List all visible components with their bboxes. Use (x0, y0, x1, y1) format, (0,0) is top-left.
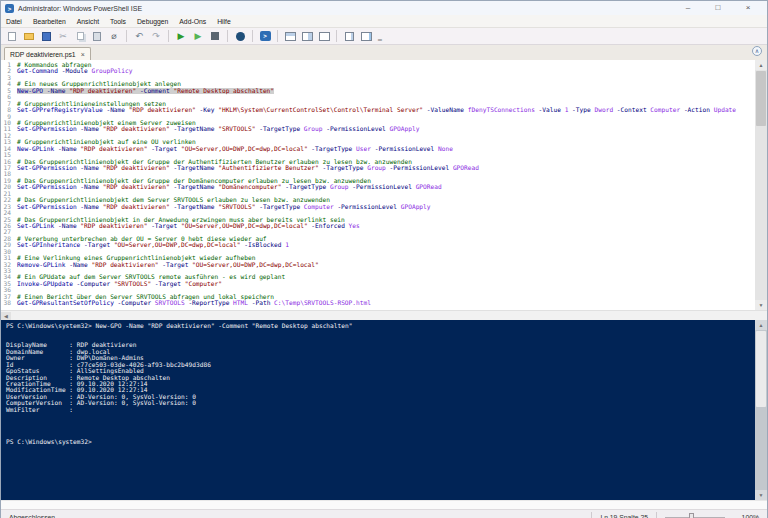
code-text: Set-GPPermission -Name "RDP deaktivieren… (17, 165, 479, 171)
status-text: Abgeschlossen (9, 514, 591, 518)
stop-operation-icon (211, 32, 219, 40)
tab-close-icon[interactable]: × (81, 51, 85, 58)
menu-item-datei[interactable]: Datei (6, 18, 22, 25)
menu-item-tools[interactable]: Tools (110, 18, 126, 25)
run-selection-icon[interactable]: ▶ (191, 29, 205, 43)
console-scrollbar[interactable]: ▲ ▼ (755, 320, 767, 500)
open-script-icon (24, 33, 34, 40)
script-editor-pane[interactable]: 1# Kommandos abfragen2Get-Command -Modul… (1, 60, 767, 310)
powershell-console-pane[interactable]: PS C:\Windows\system32> New-GPO -Name "R… (1, 320, 767, 500)
scroll-left-icon[interactable]: ◀ (1, 312, 11, 320)
editor-horizontal-scrollbar[interactable]: ◀ (1, 310, 767, 320)
new-script-icon[interactable] (5, 29, 19, 43)
console-scroll-down-icon[interactable]: ▼ (755, 490, 767, 500)
open-script-icon[interactable] (22, 29, 36, 43)
console-scroll-up-icon[interactable]: ▲ (755, 320, 767, 330)
code-text: Set-GPLink -Name "RDP deaktivieren" -Tar… (17, 223, 360, 229)
code-text: Set-GPPermission -Name "RDP deaktivieren… (17, 126, 419, 132)
run-script-icon[interactable]: ▶ (174, 29, 188, 43)
code-line: 8Set-GPPrefRegistryValue -Name "RDP deak… (1, 107, 755, 113)
cut-icon[interactable]: ✂ (56, 29, 70, 43)
start-powershell-icon: > (260, 31, 271, 41)
code-line: 38Get-GPResultantSetOfPolicy -Computer S… (1, 300, 755, 306)
menu-item-debuggen[interactable]: Debuggen (137, 18, 168, 25)
selected-code-text: New-GPO -Name "RDP deaktivieren" -Commen… (17, 88, 274, 94)
toolbar: ✂⌀↶↷▶▶>‗ (1, 28, 767, 45)
maximize-button[interactable]: □ (703, 2, 733, 14)
copy-icon (77, 32, 84, 40)
show-command-window-icon (361, 32, 372, 41)
toolbar-separator (336, 30, 337, 42)
new-powershell-tab-icon[interactable] (342, 29, 356, 43)
menu-item-hilfe[interactable]: Hilfe (217, 18, 231, 25)
scroll-up-icon[interactable]: ▲ (755, 60, 767, 70)
status-separator (656, 512, 657, 518)
tab-row: RDP deaktivieren.ps1 × ∧ (1, 45, 767, 60)
toolbar-separator (168, 30, 169, 42)
new-powershell-tab-icon (345, 32, 354, 41)
powershell-ise-window: > Administrator: Windows PowerShell ISE … (0, 0, 768, 518)
menu-item-bearbeiten[interactable]: Bearbeiten (33, 18, 66, 25)
new-remote-powershell-tab-icon (236, 32, 245, 41)
menu-item-add-ons[interactable]: Add-Ons (179, 18, 206, 25)
save-icon[interactable] (39, 29, 53, 43)
zoom-slider[interactable] (665, 512, 725, 518)
close-button[interactable]: × (733, 2, 763, 14)
paste-icon (93, 32, 101, 41)
code-text: Get-Command -Module GroupPolicy (17, 68, 133, 74)
show-command-window-icon[interactable] (359, 29, 373, 43)
save-icon (42, 32, 51, 41)
scroll-down-icon[interactable]: ▼ (755, 300, 767, 310)
show-script-pane-top-icon[interactable] (283, 29, 297, 43)
code-text: Set-GPInheritance -Target "OU=Server,OU=… (17, 242, 289, 248)
console-output[interactable]: PS C:\Windows\system32> New-GPO -Name "R… (6, 323, 754, 445)
editor-scrollbar-thumb[interactable] (756, 71, 766, 126)
menu-bar: DateiBearbeitenAnsichtToolsDebuggenAdd-O… (1, 15, 767, 28)
toolbar-separator (252, 30, 253, 42)
minimize-button[interactable]: – (673, 2, 703, 14)
code-text: New-GPLink -Name "RDP deaktivieren" -Tar… (17, 146, 453, 152)
code-text: Invoke-GPUpdate -Computer "SRVTOOLS" -Ta… (17, 281, 222, 287)
zoom-level: 100% (733, 514, 759, 518)
collapse-script-pane-icon[interactable]: ∧ (752, 46, 762, 56)
line-number: 38 (1, 300, 17, 306)
powershell-app-icon: > (5, 4, 14, 13)
new-remote-powershell-tab-icon[interactable] (233, 29, 247, 43)
cursor-position: Ln 19 Spalte 25 (600, 514, 648, 518)
zoom-slider-thumb[interactable] (689, 513, 694, 518)
show-script-pane-right-icon (302, 32, 313, 41)
status-bar: Abgeschlossen Ln 19 Spalte 25 100% (1, 509, 767, 518)
editor-vertical-scrollbar[interactable]: ▲ ▼ (755, 60, 767, 310)
window-title: Administrator: Windows PowerShell ISE (18, 5, 673, 12)
title-bar: > Administrator: Windows PowerShell ISE … (1, 1, 767, 15)
start-powershell-icon[interactable]: > (258, 29, 272, 43)
script-code[interactable]: 1# Kommandos abfragen2Get-Command -Modul… (1, 62, 755, 310)
show-script-pane-top-icon (285, 32, 296, 41)
tab-label: RDP deaktivieren.ps1 (10, 51, 76, 58)
clear-console-icon[interactable]: ⌀ (107, 29, 121, 43)
console-scrollbar-thumb[interactable] (756, 331, 766, 407)
status-separator (591, 512, 592, 518)
code-text: Get-GPResultantSetOfPolicy -Computer SRV… (17, 300, 371, 306)
tab-rdp-deaktivieren[interactable]: RDP deaktivieren.ps1 × (4, 47, 91, 60)
console-line: PS C:\Windows\system32> (6, 439, 754, 445)
menu-item-ansicht[interactable]: Ansicht (77, 18, 99, 25)
code-text: Set-GPPermission -Name "RDP deaktivieren… (17, 184, 442, 190)
code-text: Remove-GPLink -Name "RDP deaktivieren" -… (17, 262, 319, 268)
toolbar-overflow-icon[interactable]: ‗ (378, 33, 382, 40)
status-gap (1, 500, 767, 509)
new-script-icon (8, 32, 16, 41)
redo-icon[interactable]: ↷ (149, 29, 163, 43)
code-text: Set-GPPrefRegistryValue -Name "RDP deakt… (17, 107, 736, 113)
undo-icon[interactable]: ↶ (132, 29, 146, 43)
show-script-pane-maximized-icon[interactable] (317, 29, 331, 43)
toolbar-separator (277, 30, 278, 42)
toolbar-separator (227, 30, 228, 42)
code-text: Set-GPPermission -Name "RDP deaktivieren… (17, 204, 431, 210)
paste-icon[interactable] (90, 29, 104, 43)
toolbar-separator (126, 30, 127, 42)
copy-icon[interactable] (73, 29, 87, 43)
stop-operation-icon[interactable] (208, 29, 222, 43)
show-script-pane-right-icon[interactable] (300, 29, 314, 43)
show-script-pane-maximized-icon (319, 32, 330, 41)
